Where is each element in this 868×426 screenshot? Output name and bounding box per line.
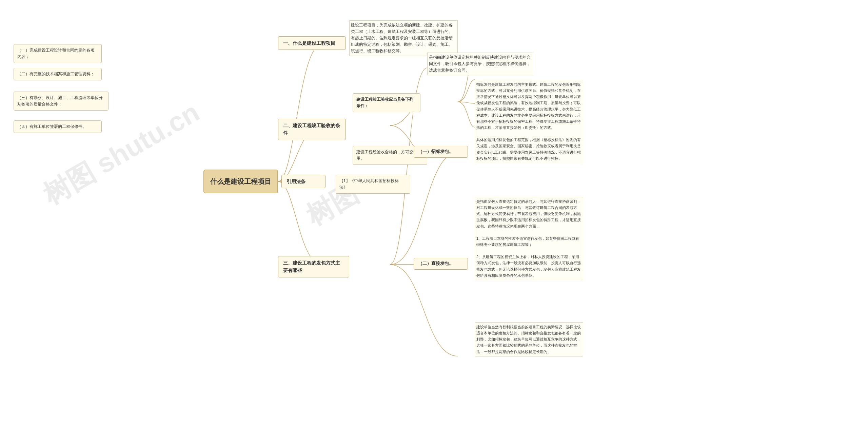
condition-note: 建设工程竣工验收应当具备下列条件： xyxy=(353,93,420,112)
branch2-label: 二、建设工程竣工验收的条件 xyxy=(278,119,346,140)
branch1-label: 一、什么是建设工程项目 xyxy=(278,36,346,50)
watermark-1: 树图 shutu.cn xyxy=(37,94,206,213)
sub-branch2-label: （二）直接发包。 xyxy=(414,258,468,270)
branch3-label: 引用法条 xyxy=(281,175,326,188)
center-node: 什么是建设工程项目 xyxy=(203,170,278,193)
branch2-sub2: （二）有完整的技术档案和施工管理资料； xyxy=(14,68,102,80)
branch1-content: 建设工程项目，为完成依法立项的新建、改建、扩建的各类工程（土木工程、建筑工程及安… xyxy=(349,20,458,56)
branch2-sub3: （三）有勘察、设计、施工、工程监理等单位分别签署的质量合格文件； xyxy=(14,92,108,111)
sub-branch3-content: 建设单位当然有权利根据当前的项目工程的实际情况，选择比较适合本单位的发包方法的。… xyxy=(475,322,583,356)
bidding-note: 是指由建设单位设定标的并组制反映建设内容与要求的合同文件，吸引承包人参与竞争，按… xyxy=(427,53,532,75)
branch4-label: 三、建设工程的发包方式主要有哪些 xyxy=(278,256,349,277)
branch2-sub1: （一）完成建设工程设计和合同约定的各项内容； xyxy=(14,44,102,63)
branch3-item1: 【1】《中华人民共和国招标投标法》 xyxy=(336,175,410,194)
sub-branch1-label: （一）招标发包。 xyxy=(414,146,468,158)
branch2-sub4: （四）有施工单位签署的工程保修书。 xyxy=(14,120,102,133)
sub-branch1-content: 招标发包是建筑工程发包的主要形式。建筑工程的发包采用招标投标的方式，可以充分利用… xyxy=(475,80,583,163)
sub-branch2-content: 是指由发包人直接选定特定的承包人，与其进行直接协商谈判，对工程建设达成一致协议后… xyxy=(475,197,583,280)
